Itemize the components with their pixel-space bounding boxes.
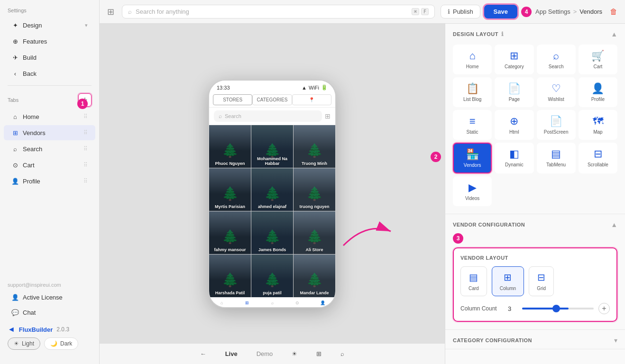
tree-icon: 🌲 xyxy=(264,229,281,245)
vendor-card[interactable]: 🌲 Mohammed Na Habbar xyxy=(251,125,293,168)
zoom-button[interactable]: ⌕ xyxy=(336,347,349,360)
light-theme-button[interactable]: ☀ Light xyxy=(8,337,40,350)
vendor-card[interactable]: 🌲 James Bonds xyxy=(251,211,293,254)
vendor-card[interactable]: 🌲 Truong Minh xyxy=(294,125,335,168)
vendor-name: Myrtis Parisian xyxy=(209,204,251,209)
main-area: ⊞ ⌕ Search for anything ⌘F ℹ Publish Sav… xyxy=(100,0,625,364)
sidebar-item-design[interactable]: ✦ Design ▾ xyxy=(4,18,95,33)
home-icon: ⌂ xyxy=(469,50,475,62)
vendor-layout-options: ▤ Card ⊞ Column ⊟ Grid xyxy=(460,266,610,296)
live-button[interactable]: Live xyxy=(221,347,242,360)
phone-tab-stores[interactable]: STORES xyxy=(213,94,252,105)
phone-search-input[interactable]: ⌕ Search xyxy=(214,110,322,122)
delete-button[interactable]: 🗑 xyxy=(610,8,617,16)
drag-handle[interactable]: ⠿ xyxy=(83,129,88,136)
phone-nav-search[interactable]: ⌕ xyxy=(259,300,285,305)
layout-videos[interactable]: ▶ Videos xyxy=(453,176,492,206)
grid-menu-button[interactable]: ⊞ xyxy=(107,7,114,17)
vendor-card[interactable]: 🌲 Myrtis Parisian xyxy=(209,168,251,211)
collapse-category-icon[interactable]: ▾ xyxy=(614,337,617,344)
demo-button[interactable]: Demo xyxy=(252,347,278,360)
phone-nav-profile[interactable]: 👤 xyxy=(310,300,335,305)
listblog-icon: 📋 xyxy=(466,82,479,95)
sidebar-chat[interactable]: 💬 Chat xyxy=(4,305,95,320)
layout-profile[interactable]: 👤 Profile xyxy=(579,77,617,107)
layout-listblog[interactable]: 📋 List Blog xyxy=(453,77,492,107)
preview-area: 13:33 ▲ WiFi 🔋 STORES CATEGORIES xyxy=(100,24,445,364)
layout-map[interactable]: 🗺 Map xyxy=(579,110,617,140)
sidebar-tab-profile[interactable]: 👤 Profile ⠿ xyxy=(4,173,95,189)
layout-option-card[interactable]: ▤ Card xyxy=(460,266,487,296)
sun-button[interactable]: ☀ xyxy=(287,347,302,360)
column-count-increment[interactable]: + xyxy=(598,303,610,314)
sidebar-active-license[interactable]: 👤 Active License xyxy=(4,290,95,305)
column-count-slider[interactable] xyxy=(522,308,594,309)
layout-home[interactable]: ⌂ Home xyxy=(453,45,492,74)
global-search[interactable]: ⌕ Search for anything ⌘F xyxy=(122,5,435,18)
layout-wishlist[interactable]: ♡ Wishlist xyxy=(537,77,576,107)
vendor-card[interactable]: 🌲 truong nguyen xyxy=(294,168,335,211)
drag-handle[interactable]: ⠿ xyxy=(83,146,88,152)
publish-button[interactable]: ℹ Publish xyxy=(441,5,480,18)
layout-page[interactable]: 📄 Page xyxy=(495,77,533,107)
theme-toggle: ☀ Light 🌙 Dark xyxy=(8,337,92,350)
vendor-name: Mohammed Na Habbar xyxy=(251,156,293,166)
layout-scrollable[interactable]: ⊟ Scrollable xyxy=(579,143,617,173)
layout-tabmenu[interactable]: ▤ TabMenu xyxy=(537,143,576,173)
drag-handle[interactable]: ⠿ xyxy=(83,178,88,184)
layout-vendors[interactable]: 🏪 Vendors xyxy=(453,143,492,173)
drag-handle[interactable]: ⠿ xyxy=(83,113,88,120)
sidebar-tab-vendors[interactable]: ⊞ Vendors ⠿ xyxy=(4,125,95,140)
drag-handle[interactable]: ⠿ xyxy=(83,162,88,168)
back-arrow-icon: ← xyxy=(200,350,206,357)
phone-nav-vendors[interactable]: ⊞ xyxy=(234,300,259,305)
tab-label: Vendors xyxy=(23,129,46,136)
dark-theme-button[interactable]: 🌙 Dark xyxy=(44,337,78,350)
vendor-name: Phuoc Nguyen xyxy=(209,161,251,166)
layout-html[interactable]: ⊕ Html xyxy=(495,110,533,140)
breadcrumb: App Settings > Vendors xyxy=(535,8,602,15)
sidebar-item-features[interactable]: ⊕ Features xyxy=(4,34,95,49)
vendor-card[interactable]: 🌲 Phuoc Nguyen xyxy=(209,125,251,168)
sidebar-item-back[interactable]: ‹ Back xyxy=(4,66,95,81)
layout-static[interactable]: ≡ Static xyxy=(453,110,492,140)
layout-search[interactable]: ⌕ Search xyxy=(537,45,576,74)
phone-nav-cart[interactable]: ⊙ xyxy=(285,300,310,305)
expand-icon[interactable]: ⊞ xyxy=(325,112,331,120)
vendor-card[interactable]: 🌲 fahmy mansour xyxy=(209,211,251,254)
layout-dynamic[interactable]: ◧ Dynamic xyxy=(495,143,533,173)
wishlist-icon: ♡ xyxy=(551,82,561,95)
sidebar-tab-home[interactable]: ⌂ Home ⠿ xyxy=(4,109,95,124)
phone-nav-home[interactable]: ⌂ xyxy=(209,300,234,305)
back-nav-button[interactable]: ← xyxy=(195,347,211,360)
vendor-card[interactable]: 🌲 puja patil xyxy=(251,255,293,297)
phone-tab-location[interactable]: 📍 xyxy=(292,94,331,105)
category-icon: ⊞ xyxy=(510,50,518,62)
flux-brand[interactable]: ◄ FluxBuilder 2.0.3 xyxy=(8,325,92,334)
sidebar-tab-search[interactable]: ⌕ Search ⠿ xyxy=(4,141,95,156)
profile-nav-icon: 👤 xyxy=(320,300,325,305)
tree-icon: 🌲 xyxy=(264,272,281,288)
slider-thumb[interactable] xyxy=(552,305,560,312)
vendor-card[interactable]: 🌲 Ali Store xyxy=(294,211,335,254)
collapse-vendor-icon[interactable]: ▲ xyxy=(611,221,617,228)
vendor-card[interactable]: 🌲 Harshada Patil xyxy=(209,255,251,297)
signal-icon: ▲ xyxy=(302,85,307,91)
layout-cart[interactable]: 🛒 Cart xyxy=(579,45,617,74)
slider-track-bg xyxy=(522,308,594,309)
collapse-icon[interactable]: ▲ xyxy=(611,30,617,38)
layout-option-grid[interactable]: ⊟ Grid xyxy=(529,266,554,296)
moon-icon: 🌙 xyxy=(50,340,57,347)
phone-tab-categories[interactable]: CATEGORIES xyxy=(252,94,292,105)
sidebar-tab-cart[interactable]: ⊙ Cart ⠿ xyxy=(4,157,95,173)
info-icon: ℹ xyxy=(501,31,504,37)
grid-view-button[interactable]: ⊞ xyxy=(312,347,326,360)
sidebar-item-build[interactable]: ✈ Build xyxy=(4,50,95,65)
vendor-card[interactable]: 🌲 ahmed elajnaf xyxy=(251,168,293,211)
layout-option-column[interactable]: ⊞ Column xyxy=(492,266,524,296)
vendor-card[interactable]: 🌲 Mandar Lande xyxy=(294,255,335,297)
chevron-down-icon: ▾ xyxy=(85,22,88,28)
save-button[interactable]: Save xyxy=(484,5,517,18)
layout-category[interactable]: ⊞ Category xyxy=(495,45,533,74)
layout-postscreen[interactable]: 📄 PostScreen xyxy=(537,110,576,140)
